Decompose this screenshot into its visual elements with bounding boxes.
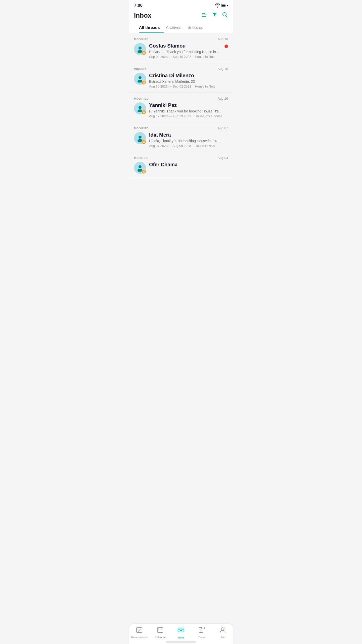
page-title: Inbox [134, 12, 151, 19]
svg-point-14 [139, 136, 142, 139]
status-time: 7:00 [134, 3, 143, 8]
avatar-badge: W [142, 51, 146, 55]
tab-all-threads[interactable]: All threads [139, 22, 164, 33]
thread-item[interactable]: MODIFIED Aug 18 W Costas Stamou Hi Costa… [129, 33, 233, 63]
avatar-badge: W [142, 80, 146, 85]
thread-list: MODIFIED Aug 18 W Costas Stamou Hi Costa… [129, 33, 233, 201]
thread-preview: Hi Idia, Thank you for booking House in … [149, 139, 228, 143]
avatar-wrap: W [134, 132, 146, 144]
thread-item[interactable]: INQUIRY Aug 18 W Cristina Di Milenzo Est… [129, 63, 233, 93]
thread-content: Costas Stamou Hi Costas, Thank you for b… [149, 43, 221, 59]
svg-rect-2 [227, 5, 228, 6]
thread-item[interactable]: MODIFIED Aug 07 W Idia Mera Hi Idia, Tha… [129, 122, 233, 152]
tabs-bar: All threads Archived Snoozed [134, 22, 228, 33]
thread-details: Aug 07 2023 — Aug 09 2023 House in Nois [149, 144, 228, 148]
thread-name: Cristina Di Milenzo [149, 73, 228, 78]
thread-label: INQUIRY [134, 67, 146, 70]
svg-point-10 [139, 76, 142, 79]
unread-dot [224, 45, 228, 48]
thread-preview: Estrada Xeneral Mañente, 23 [149, 79, 228, 84]
svg-line-7 [226, 16, 228, 17]
status-bar: 7:00 [129, 0, 233, 10]
thread-date: Aug 18 [218, 37, 228, 41]
thread-label: MODIFIED [134, 38, 149, 41]
thread-date: Aug 04 [218, 156, 228, 160]
thread-details: Sep 08 2023 — Sep 10 2023 House in Nois [149, 55, 221, 59]
thread-preview: Hi Costas, Thank you for booking House i… [149, 50, 221, 54]
status-icons [215, 4, 228, 8]
header: Inbox A [129, 10, 233, 33]
thread-label: MODIFIED [134, 156, 149, 159]
filter-funnel-icon[interactable] [212, 12, 217, 19]
wifi-icon [215, 4, 220, 8]
avatar-wrap: W [134, 102, 146, 114]
thread-date: Aug 18 [218, 67, 228, 71]
avatar-badge: W [142, 110, 146, 114]
search-icon[interactable] [222, 12, 228, 19]
tab-snoozed[interactable]: Snoozed [188, 22, 207, 33]
thread-date: Aug 07 [218, 126, 228, 130]
avatar-badge: W [142, 169, 146, 174]
thread-item[interactable]: MODIFIED Aug 04 W Ofer Chama [129, 152, 233, 178]
thread-content: Ofer Chama [149, 162, 228, 169]
svg-point-16 [139, 165, 142, 168]
thread-preview: Hi Yanniki, Thank you for booking House,… [149, 109, 228, 113]
thread-name: Yanniki Paz [149, 102, 228, 108]
thread-date: Aug 16 [218, 97, 228, 100]
thread-label: MODIFIED [134, 127, 149, 130]
thread-content: Yanniki Paz Hi Yanniki, Thank you for bo… [149, 102, 228, 118]
svg-rect-1 [222, 5, 225, 7]
thread-name: Ofer Chama [149, 162, 228, 168]
tab-archived[interactable]: Archived [166, 22, 186, 33]
thread-name: Idia Mera [149, 132, 228, 138]
battery-icon [221, 4, 228, 7]
svg-point-8 [139, 47, 142, 50]
thread-label: MODIFIED [134, 97, 149, 100]
thread-item[interactable]: MODIFIED Aug 16 W Yanniki Paz Hi Yanniki… [129, 93, 233, 122]
thread-name: Costas Stamou [149, 43, 221, 49]
header-actions [201, 12, 228, 19]
avatar-wrap: W [134, 73, 146, 85]
thread-details: Aug 17 2023 — Aug 19 2023 House, it's a … [149, 114, 228, 118]
filter-lines-icon[interactable] [201, 12, 207, 19]
thread-details: Aug 30 2023 — Sep 02 2023 House in Nois [149, 85, 228, 88]
thread-content: Idia Mera Hi Idia, Thank you for booking… [149, 132, 228, 148]
thread-content: Cristina Di Milenzo Estrada Xeneral Mañe… [149, 73, 228, 88]
svg-point-12 [139, 106, 142, 109]
avatar-wrap: W [134, 162, 146, 174]
avatar-wrap: W [134, 43, 146, 55]
avatar-badge: W [142, 140, 146, 144]
